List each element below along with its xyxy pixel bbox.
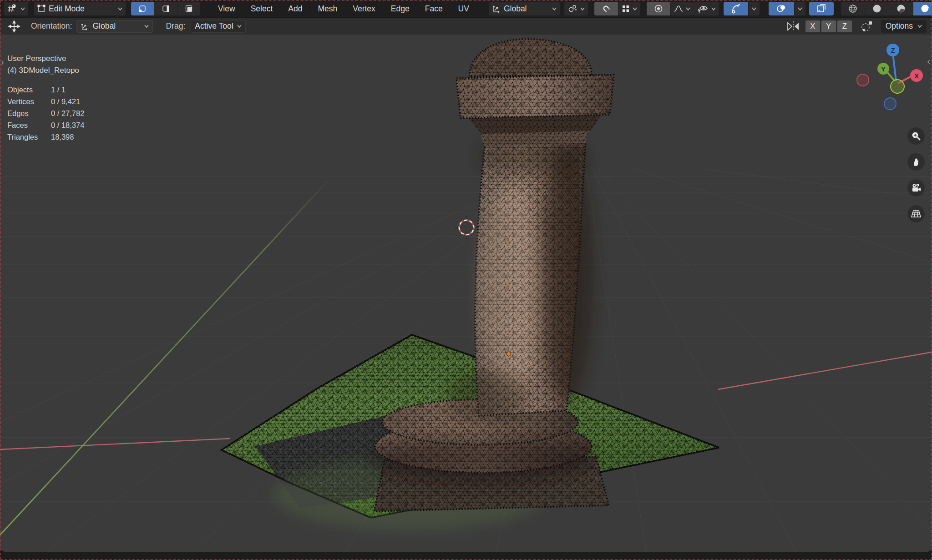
shading-material-button[interactable] [889,2,913,15]
gizmo-x-axis[interactable]: X [910,69,923,82]
stat-row-vertices: Vertices 0 / 9,421 [7,96,84,107]
tool-orientation-value: Global [92,21,116,31]
snap-group [594,2,640,15]
mesh-statistics: Objects 1 / 1 Vertices 0 / 9,421 Edges 0… [7,84,84,143]
xray-toggle[interactable] [809,2,834,15]
stat-label: Objects [7,84,51,96]
drag-label: Drag: [166,21,185,31]
stat-row-objects: Objects 1 / 1 [7,84,84,96]
viewport-header: Edit Mode [0,0,932,17]
drag-value: Active Tool [195,21,233,31]
vertex-select-button[interactable] [131,2,154,15]
gizmo-settings-dropdown[interactable] [749,2,760,15]
shading-solid-button[interactable] [865,2,889,15]
menu-mesh[interactable]: Mesh [310,4,345,14]
stat-row-faces: Faces 0 / 18,374 [7,119,84,131]
tool-orientation-dropdown[interactable]: Global [76,20,153,33]
overlays-settings-dropdown[interactable] [795,2,805,15]
axis-y-button[interactable]: Y [821,20,836,32]
pan-button[interactable] [907,153,925,171]
stat-row-triangles: Triangles 18,398 [7,131,84,143]
gizmo-y-axis[interactable]: Y [877,63,889,75]
orientation-label: Orientation: [31,21,72,31]
shading-rendered-button[interactable] [913,2,932,15]
stat-value: 0 / 18,374 [51,119,84,131]
chevron-down-icon [686,7,690,10]
editor-type-button[interactable] [4,2,28,15]
vertex-select-icon [138,5,147,13]
viewport-scene [0,35,932,552]
camera-view-button[interactable] [907,179,925,197]
snap-base-icon[interactable] [859,20,874,33]
toolbar-expand-arrow[interactable]: › [1,57,4,66]
menu-vertex[interactable]: Vertex [345,4,383,14]
gizmo-icon [731,4,741,14]
chevron-down-icon [144,25,149,28]
gizmo-z-label: Z [891,46,895,54]
sidebar-expand-arrow[interactable]: ‹ [927,56,930,66]
select-mode-group [131,2,200,15]
overlays-group [769,2,805,15]
drag-dropdown[interactable]: Active Tool [191,20,245,33]
active-object-name: (4) 3DModel_Retopo [7,65,84,76]
blender-window: Edit Mode [0,0,932,560]
snap-settings-dropdown[interactable] [618,2,640,15]
menu-view[interactable]: View [210,4,243,14]
orientation-value: Global [504,4,527,14]
gizmo-x-label: X [914,72,919,80]
x-axis-line-right [718,352,932,389]
chevron-down-icon [633,7,637,10]
options-dropdown[interactable]: Options [881,20,927,33]
pivot-point-dropdown[interactable] [564,2,588,15]
mode-dropdown-label: Edit Mode [49,4,85,14]
snap-to-icon [622,5,630,13]
menu-face[interactable]: Face [417,4,451,14]
chevron-down-icon [20,7,25,10]
chevron-down-icon [552,7,557,10]
axis-z-button[interactable]: Z [837,20,852,32]
mode-dropdown[interactable]: Edit Mode [34,2,126,15]
3d-viewport[interactable]: User Perspective (4) 3DModel_Retopo Obje… [0,35,932,552]
mirror-icon[interactable] [785,20,801,33]
object-origin-dot [507,352,511,356]
menu-add[interactable]: Add [280,4,310,14]
solid-shading-icon [872,4,882,14]
move-tool-icon[interactable] [7,20,21,33]
tool-settings-bar: Orientation: Global Drag: Active Tool [0,17,932,35]
edge-select-button[interactable] [154,2,177,15]
falloff-dropdown[interactable] [671,2,694,15]
magnet-icon [602,4,611,13]
stat-label: Faces [7,119,51,131]
material-preview-shading-icon [896,4,906,14]
chevron-down-icon [580,7,585,10]
proportional-editing-toggle[interactable] [647,2,670,15]
3d-cursor [455,216,478,239]
view-name: User Perspective [7,53,84,65]
menu-edge[interactable]: Edge [383,4,417,14]
viewport-stats-overlay: User Perspective (4) 3DModel_Retopo Obje… [7,53,84,143]
transform-orientation-dropdown[interactable]: Global [489,2,560,15]
gizmo-minus-x-axis[interactable] [856,74,869,86]
stat-row-edges: Edges 0 / 27,782 [7,107,84,119]
orientation-axes-icon [81,22,89,30]
gizmo-z-axis[interactable]: Z [886,44,899,56]
options-label: Options [886,21,913,31]
show-gizmo-toggle[interactable] [724,2,748,15]
zoom-button[interactable] [907,127,925,145]
gizmo-minus-z-axis[interactable] [884,97,897,110]
snap-toggle-button[interactable] [594,2,618,15]
face-select-button[interactable] [177,2,200,15]
axis-x-button[interactable]: X [805,20,820,32]
object-visibility-dropdown[interactable] [694,2,719,15]
perspective-toggle-button[interactable] [907,205,925,222]
stat-label: Edges [7,107,51,119]
menu-uv[interactable]: UV [451,4,477,14]
chevron-down-icon [917,25,922,28]
gizmo-minus-y-axis[interactable] [890,79,905,94]
menu-select[interactable]: Select [243,4,281,14]
wireframe-shading-icon [848,4,858,14]
shading-wireframe-button[interactable] [841,2,865,15]
falloff-curve-icon [674,5,683,13]
show-overlays-toggle[interactable] [769,2,794,15]
navigation-gizmo[interactable]: Z Y X [854,44,922,116]
